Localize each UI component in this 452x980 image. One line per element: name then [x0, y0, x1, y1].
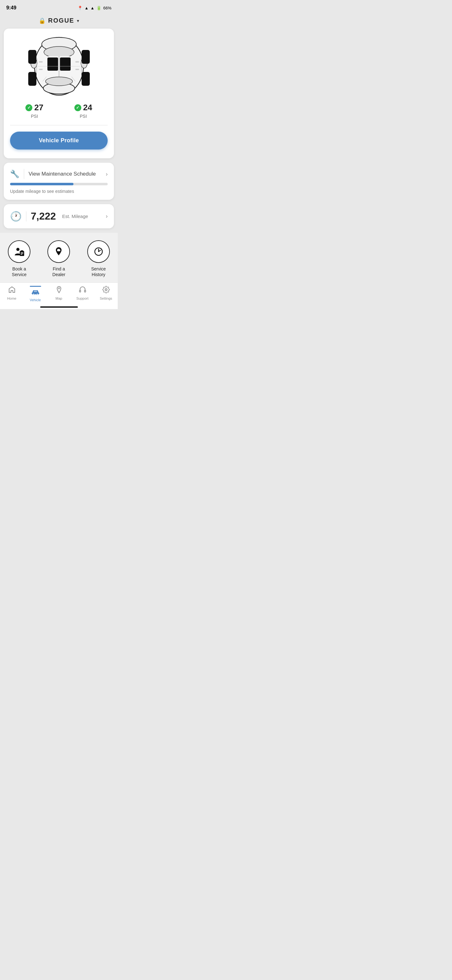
- nav-map-label: Map: [56, 296, 62, 300]
- tire-readings: ✓ 27 PSI ✓ 24 PSI: [10, 103, 108, 119]
- home-icon: [8, 286, 16, 295]
- find-dealer-label: Find aDealer: [52, 266, 65, 277]
- service-history-action[interactable]: ServiceHistory: [87, 240, 110, 277]
- front-tire-reading: ✓ 27 PSI: [25, 103, 43, 119]
- svg-rect-16: [28, 50, 36, 64]
- svg-point-37: [59, 251, 60, 251]
- svg-point-3: [44, 46, 74, 58]
- svg-point-46: [59, 288, 60, 289]
- support-icon: [79, 286, 86, 295]
- battery-icon: 🔋: [96, 6, 102, 10]
- settings-icon: [102, 286, 110, 295]
- service-history-icon: [87, 240, 110, 263]
- front-tire-check-icon: ✓: [25, 104, 32, 111]
- svg-rect-45: [34, 291, 37, 292]
- status-time: 9:49: [6, 5, 16, 11]
- nav-home[interactable]: Home: [3, 286, 21, 302]
- speedometer-icon: 🕐: [10, 211, 22, 222]
- maintenance-title: View Maintenance Schedule: [29, 171, 102, 177]
- svg-point-28: [16, 248, 19, 251]
- find-dealer-action[interactable]: Find aDealer: [48, 240, 70, 277]
- header: 🔒 ROGUE ▾: [0, 14, 118, 29]
- svg-rect-18: [28, 72, 36, 86]
- rear-tire-check-icon: ✓: [75, 104, 81, 111]
- maintenance-card[interactable]: 🔧 View Maintenance Schedule › Update mil…: [4, 163, 114, 200]
- nav-vehicle-label: Vehicle: [30, 298, 41, 302]
- mileage-card[interactable]: 🕐 7,222 Est. Mileage ›: [4, 204, 114, 228]
- book-service-icon: [8, 240, 30, 263]
- map-icon: [55, 286, 63, 295]
- nav-settings[interactable]: Settings: [97, 286, 116, 302]
- nav-support-label: Support: [76, 296, 89, 300]
- svg-rect-27: [75, 69, 79, 70]
- svg-point-44: [36, 294, 38, 295]
- bottom-nav: Home Vehicle Map: [0, 282, 118, 304]
- nav-support[interactable]: Support: [73, 286, 92, 302]
- svg-rect-48: [84, 290, 86, 292]
- quick-actions: Book aService Find aDealer: [0, 233, 118, 282]
- front-tire-value: 27: [34, 103, 43, 113]
- mileage-update-text: Update mileage to see estimates: [10, 189, 74, 194]
- book-service-label: Book aService: [12, 266, 27, 277]
- service-history-label: ServiceHistory: [91, 266, 106, 277]
- svg-rect-19: [82, 72, 90, 86]
- home-indicator-bar: [40, 306, 78, 308]
- vehicle-name: ROGUE: [48, 17, 74, 24]
- rear-tire-reading: ✓ 24 PSI: [75, 103, 92, 119]
- svg-point-36: [57, 251, 58, 251]
- svg-rect-30: [21, 250, 23, 251]
- signal-icon: ▲: [90, 6, 95, 10]
- status-bar: 9:49 📍 ▲ ▲ 🔋 66%: [0, 0, 118, 14]
- nav-map[interactable]: Map: [49, 286, 68, 302]
- svg-point-4: [46, 77, 73, 86]
- find-dealer-icon: [48, 240, 70, 263]
- wifi-icon: ▲: [84, 6, 89, 10]
- svg-rect-47: [79, 290, 81, 292]
- svg-rect-35: [57, 249, 60, 250]
- progress-bar-fill: [10, 183, 73, 185]
- svg-rect-26: [39, 69, 43, 70]
- car-illustration: [10, 35, 108, 98]
- maintenance-progress: [10, 183, 108, 185]
- maintenance-arrow-icon[interactable]: ›: [106, 171, 108, 177]
- car-top-down-svg: [18, 35, 100, 98]
- wrench-icon: 🔧: [10, 170, 19, 178]
- lock-icon: 🔒: [39, 17, 46, 24]
- svg-rect-17: [82, 50, 90, 64]
- status-icons: 📍 ▲ ▲ 🔋 66%: [78, 6, 111, 10]
- mileage-arrow-icon[interactable]: ›: [106, 213, 108, 220]
- vehicle-profile-button[interactable]: Vehicle Profile: [10, 132, 108, 150]
- svg-point-43: [33, 294, 34, 295]
- vehicle-card: ✓ 27 PSI ✓ 24 PSI Vehicle Profile: [4, 29, 114, 158]
- maintenance-header-row: 🔧 View Maintenance Schedule ›: [10, 169, 108, 179]
- svg-rect-24: [39, 61, 43, 62]
- svg-rect-9: [60, 57, 71, 71]
- book-service-action[interactable]: Book aService: [8, 240, 30, 277]
- svg-point-49: [105, 289, 107, 291]
- rear-tire-unit: PSI: [80, 114, 87, 119]
- front-tire-unit: PSI: [31, 114, 38, 119]
- nav-settings-label: Settings: [100, 296, 113, 300]
- main-content: ✓ 27 PSI ✓ 24 PSI Vehicle Profile 🔧 View…: [0, 29, 118, 228]
- location-icon: 📍: [78, 6, 82, 10]
- nav-vehicle-active-bar: [30, 286, 41, 287]
- nav-home-label: Home: [7, 296, 16, 300]
- svg-rect-25: [75, 61, 79, 62]
- mileage-value: 7,222: [31, 210, 56, 222]
- nav-vehicle[interactable]: Vehicle: [26, 286, 45, 302]
- home-indicator: [0, 304, 118, 309]
- battery-percent: 66%: [103, 6, 111, 10]
- mileage-row: 🕐 7,222 Est. Mileage ›: [10, 210, 108, 222]
- vertical-divider: [24, 169, 24, 179]
- rear-tire-value: 24: [83, 103, 92, 113]
- chevron-down-icon[interactable]: ▾: [77, 18, 79, 23]
- mileage-label: Est. Mileage: [62, 213, 88, 219]
- vehicle-icon: [31, 289, 40, 297]
- svg-rect-8: [48, 57, 58, 71]
- progress-bar-bg: [10, 183, 108, 185]
